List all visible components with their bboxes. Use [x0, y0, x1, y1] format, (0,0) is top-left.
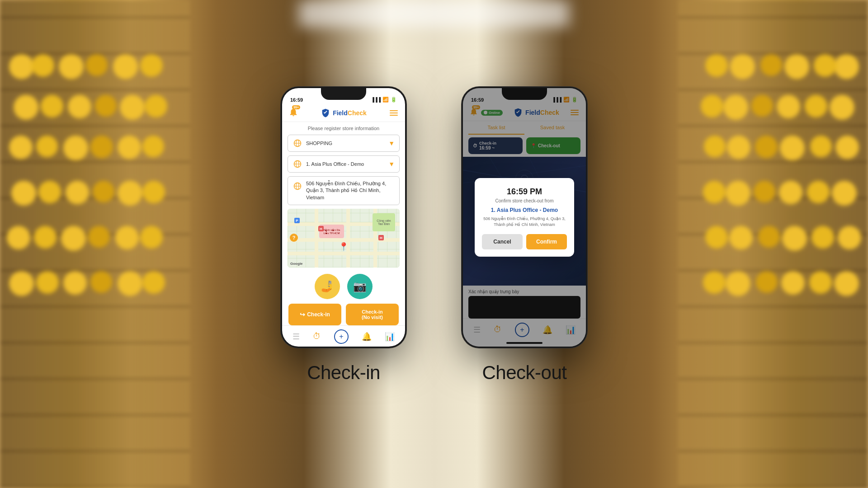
menu-icon-1[interactable]: [389, 109, 399, 117]
store-value: 1. Asia Plus Office - Demo: [306, 161, 388, 167]
address-value: 506 Nguyễn Đình Chiếu, Phường 4, Quận 3,…: [306, 180, 395, 201]
address-field: 506 Nguyễn Đình Chiếu, Phường 4, Quận 3,…: [288, 176, 400, 205]
checkin-button[interactable]: ↪ Check-in: [288, 304, 341, 325]
bottom-nav-1: ☰ ⏱ + 🔔 📊: [282, 325, 405, 347]
modal-cancel-button[interactable]: Cancel: [482, 234, 523, 249]
phone-2-screen: 16:59 ▐▐▐ 📶 🔋: [463, 88, 586, 347]
phone-checkout: 16:59 ▐▐▐ 📶 🔋: [461, 86, 588, 384]
status-time-1: 16:59: [290, 97, 303, 103]
modal-time: 16:59 PM: [482, 187, 567, 197]
modal-store-name: 1. Asia Plus Office - Demo: [482, 207, 567, 213]
park-area-1: Công viênTao Đàn: [373, 213, 395, 231]
category-value: SHOPPING: [306, 141, 388, 146]
phone-1-frame: 16:59 ▐▐▐ 📶 🔋 99+: [280, 86, 407, 348]
checkin-novisit-label-2: (No visit): [362, 314, 383, 320]
main-content: 16:59 ▐▐▐ 📶 🔋 99+: [0, 0, 868, 488]
bell-container[interactable]: 99+: [288, 107, 298, 119]
point-icon-1: P: [294, 218, 300, 223]
store-field[interactable]: 1. Asia Plus Office - Demo ▼: [288, 155, 400, 173]
modal-subtitle: Confirm store check-out from: [482, 198, 567, 203]
checkin-novisit-button[interactable]: Check-in (No visit): [346, 304, 399, 325]
shield-check-icon-1: [321, 108, 330, 118]
register-text: Please register store information: [282, 122, 405, 133]
map-container-1: Công viênTao Đàn Bệnh viện DaLiễu TP.HCM…: [288, 209, 400, 267]
phone-2-frame: 16:59 ▐▐▐ 📶 🔋: [461, 86, 588, 348]
road-h3: [288, 252, 400, 255]
signal-icon-1: ▐▐▐: [371, 97, 381, 102]
logo-text-1: FieldCheck: [333, 109, 367, 117]
chart-nav-icon[interactable]: 📊: [385, 332, 395, 342]
phone-checkin: 16:59 ▐▐▐ 📶 🔋 99+: [280, 86, 407, 384]
globe-icon-2: [292, 159, 302, 169]
modal-box: 16:59 PM Confirm store check-out from 1.…: [475, 178, 574, 256]
bell-nav-icon[interactable]: 🔔: [362, 332, 372, 342]
checkin-arrow-icon: ↪: [300, 311, 305, 318]
action-buttons-1: ↪ Check-in Check-in (No visit): [282, 304, 405, 325]
modal-address: 506 Nguyễn Đình Chiếu, Phường 4, Quận 3,…: [482, 216, 567, 227]
add-nav-icon[interactable]: +: [334, 329, 349, 344]
phone-1-screen: 16:59 ▐▐▐ 📶 🔋 99+: [282, 88, 405, 347]
modal-overlay: 16:59 PM Confirm store check-out from 1.…: [463, 88, 586, 347]
selfie-icon[interactable]: 🤳: [315, 274, 340, 299]
app-header-1: 99+ FieldCheck: [282, 104, 405, 122]
modal-confirm-button[interactable]: Confirm: [526, 234, 567, 249]
checkin-button-label: Check-in: [307, 311, 330, 318]
road-v2: [346, 209, 350, 267]
phones-row: 16:59 ▐▐▐ 📶 🔋 99+: [280, 86, 588, 384]
wifi-icon-1: 📶: [382, 97, 389, 103]
modal-buttons: Cancel Confirm: [482, 234, 567, 249]
map-background: Công viênTao Đàn Bệnh viện DaLiễu TP.HCM…: [288, 209, 400, 267]
checkin-novisit-label-1: Check-in: [362, 309, 382, 314]
clock-nav-icon[interactable]: ⏱: [313, 332, 321, 341]
map-pin: 📍: [339, 242, 349, 252]
category-field[interactable]: SHOPPING ▼: [288, 135, 400, 152]
icons-row-1: 🤳 📷: [282, 269, 405, 304]
dropdown-arrow-1[interactable]: ▼: [388, 140, 395, 147]
google-logo: Google: [290, 262, 303, 266]
status-icons-1: ▐▐▐ 📶 🔋: [371, 97, 397, 103]
notification-badge: 99+: [292, 105, 300, 109]
globe-icon-1: [292, 138, 302, 148]
list-nav-icon[interactable]: ☰: [292, 332, 300, 342]
road-v1: [315, 209, 318, 267]
app-logo-1: FieldCheck: [321, 108, 367, 118]
camera-icon[interactable]: 📷: [347, 274, 373, 299]
notch-1: [321, 88, 366, 100]
globe-icon-3: [292, 181, 302, 191]
battery-icon-1: 🔋: [391, 97, 397, 103]
hospital-icon-2: H: [378, 235, 384, 240]
hospital-icon-1: H: [318, 226, 324, 231]
checkout-label: Check-out: [461, 362, 588, 384]
dropdown-arrow-2[interactable]: ▼: [388, 160, 395, 168]
checkin-label: Check-in: [280, 362, 407, 384]
